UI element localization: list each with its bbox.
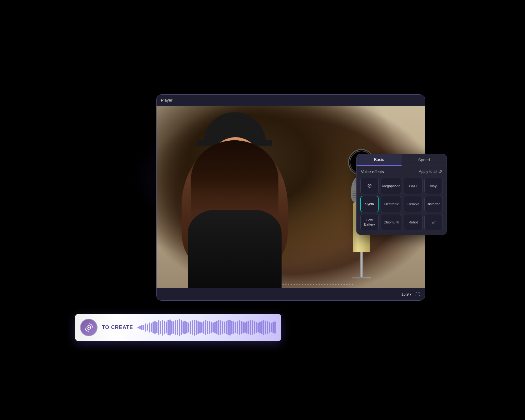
timeline-dot [337,284,337,285]
timeline-dot [319,284,320,285]
wave-bar [152,322,154,333]
wave-bar [209,321,210,333]
wave-bar [190,321,191,333]
effect-btn-synth[interactable]: Synth [360,196,379,212]
wave-bar [248,321,249,334]
timeline-dot [304,284,304,285]
timeline-dot [333,284,334,285]
effect-btn-vinyl[interactable]: Vinyl [424,178,443,194]
timeline-dot [324,284,325,285]
timeline-dot [301,284,301,285]
timeline-dot [343,284,343,285]
effect-btn-tremble[interactable]: Tremble [404,196,422,212]
timeline-dot [283,284,284,285]
wave-bar [214,322,216,333]
effect-btn-elf[interactable]: Elf [424,214,443,230]
wave-bar [194,320,195,336]
effect-btn-robot[interactable]: Robot [404,214,422,230]
wave-bar [271,323,272,332]
wave-bar [196,320,197,335]
wave-bar [182,321,184,334]
voice-effects-panel: Basic Speed Voice effects Apply to all ↺… [356,154,447,235]
timeline-dot [338,284,339,285]
timeline-dot [298,284,298,285]
timeline-dot [305,284,306,285]
wave-bar [169,319,171,336]
wave-bar [205,320,206,335]
player-titlebar: Player [157,95,425,106]
wave-bar [203,321,204,334]
wave-bar [173,321,174,333]
timeline-dot [349,284,350,285]
wave-bar [237,321,238,334]
effect-btn-chipmunk[interactable]: Chipmunk [381,214,402,230]
timeline-dot [316,284,317,285]
wave-bar [222,321,223,334]
timeline-dot [308,284,309,285]
fullscreen-button[interactable]: ⛶ [415,292,420,297]
wave-bar [231,321,232,334]
wave-bar [212,322,214,332]
voice-effects-title: Voice effects [361,169,384,174]
wave-bar [263,320,264,335]
tab-speed[interactable]: Speed [402,154,447,166]
effect-btn-distorted[interactable]: Distorted [424,196,443,212]
apply-all-label: Apply to all [419,169,437,174]
audio-label: TO CREATE [102,325,133,330]
effect-btn-megaphone[interactable]: Megaphone [381,178,402,194]
effect-btn-low_battery[interactable]: Low Battery [360,214,379,230]
effect-btn-electronic[interactable]: Electronic [381,196,402,212]
timeline-dot [293,284,293,285]
timeline-dot [329,284,329,285]
aspect-ratio-button[interactable]: 16:9 ▾ [402,292,412,297]
wave-bar [246,321,248,333]
timeline-dot [335,284,336,285]
wave-bar [143,325,144,330]
wave-bar [184,321,186,334]
wave-bar [179,319,180,336]
wave-bar [241,321,242,334]
effect-btn-none[interactable]: ⊘ [360,178,379,194]
wave-bar [207,321,208,334]
svg-point-2 [88,327,90,328]
wave-bar [267,321,268,333]
timeline-dot [285,283,286,285]
wave-bar [158,320,159,335]
wave-bar [216,321,218,334]
timeline-dot [302,284,303,285]
wave-bar [154,321,156,334]
wave-bar [151,323,152,332]
effects-grid: ⊘MegaphoneLo-FiVinylSynthElectronicTremb… [357,177,447,235]
wave-bar [156,322,158,333]
wave-bar [160,321,161,334]
wave-bar [228,320,229,335]
timeline-dot [322,284,323,285]
wave-bar [138,327,139,329]
timeline-dot [352,284,353,285]
timeline-dot [330,284,331,285]
wave-bar [229,320,231,336]
timeline-dot [282,284,282,285]
tab-basic[interactable]: Basic [357,154,402,166]
effect-btn-lofi[interactable]: Lo-Fi [404,178,422,194]
waveform-container [138,319,276,336]
timeline-dot [287,284,287,285]
timeline-dot [321,284,322,285]
wave-bar [198,321,199,334]
wave-bar [147,324,148,331]
timeline-dot [307,284,308,285]
timeline-dot [290,284,290,285]
wave-bar [141,325,142,331]
timeline-dot [299,284,300,285]
wave-bar [261,321,262,334]
timeline-dot [313,284,314,285]
fullscreen-icon: ⛶ [415,292,420,297]
player-bottombar: 16:9 ▾ ⛶ [157,288,425,300]
wave-bar [188,322,189,332]
wave-bar [175,320,176,335]
wave-bar [168,320,169,335]
wave-bar [269,322,270,333]
wave-bar [145,323,146,332]
wave-bar [149,322,150,332]
apply-all-button[interactable]: Apply to all ↺ [419,169,442,174]
